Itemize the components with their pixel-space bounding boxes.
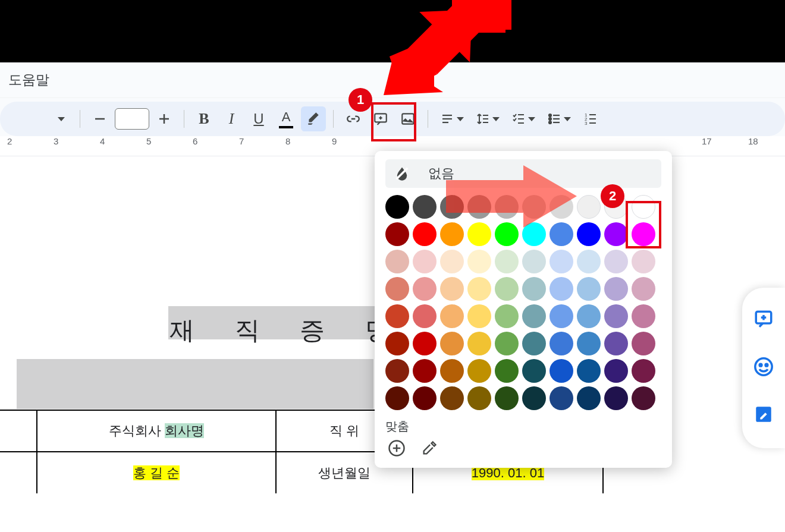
suggest-edit-icon[interactable] bbox=[753, 404, 774, 427]
color-swatch[interactable] bbox=[440, 250, 464, 273]
font-dropdown[interactable] bbox=[48, 106, 73, 131]
color-swatch[interactable] bbox=[440, 304, 464, 328]
color-swatch[interactable] bbox=[550, 195, 573, 219]
color-swatch[interactable] bbox=[495, 304, 519, 328]
color-swatch[interactable] bbox=[550, 222, 573, 246]
color-swatch[interactable] bbox=[632, 332, 655, 355]
color-swatch[interactable] bbox=[522, 359, 546, 383]
color-swatch[interactable] bbox=[413, 250, 437, 273]
insert-image-button[interactable] bbox=[395, 106, 420, 131]
add-custom-color-button[interactable] bbox=[388, 439, 406, 459]
increase-font-button[interactable] bbox=[152, 106, 177, 131]
color-swatch[interactable] bbox=[577, 304, 601, 328]
color-swatch[interactable] bbox=[413, 277, 437, 301]
color-swatch[interactable] bbox=[550, 386, 573, 410]
color-swatch[interactable] bbox=[440, 359, 464, 383]
color-swatch[interactable] bbox=[413, 195, 437, 219]
color-swatch[interactable] bbox=[522, 386, 546, 410]
color-swatch[interactable] bbox=[385, 304, 409, 328]
color-swatch[interactable] bbox=[522, 250, 546, 273]
color-swatch[interactable] bbox=[550, 359, 573, 383]
color-swatch[interactable] bbox=[577, 222, 601, 246]
color-swatch[interactable] bbox=[632, 222, 655, 246]
color-swatch[interactable] bbox=[577, 195, 601, 219]
color-swatch[interactable] bbox=[385, 277, 409, 301]
color-swatch[interactable] bbox=[632, 386, 655, 410]
color-swatch[interactable] bbox=[467, 277, 491, 301]
color-swatch[interactable] bbox=[495, 195, 519, 219]
color-swatch[interactable] bbox=[550, 332, 573, 355]
none-highlight-button[interactable]: 없음 bbox=[385, 159, 661, 188]
color-swatch[interactable] bbox=[577, 359, 601, 383]
color-swatch[interactable] bbox=[467, 359, 491, 383]
color-swatch[interactable] bbox=[550, 277, 573, 301]
color-swatch[interactable] bbox=[632, 195, 655, 219]
help-menu[interactable]: 도움말 bbox=[8, 71, 49, 89]
color-swatch[interactable] bbox=[550, 304, 573, 328]
color-swatch[interactable] bbox=[577, 332, 601, 355]
color-swatch[interactable] bbox=[632, 304, 655, 328]
color-swatch[interactable] bbox=[385, 359, 409, 383]
color-swatch[interactable] bbox=[522, 304, 546, 328]
color-swatch[interactable] bbox=[467, 195, 491, 219]
color-swatch[interactable] bbox=[632, 359, 655, 383]
color-swatch[interactable] bbox=[522, 222, 546, 246]
color-swatch[interactable] bbox=[577, 386, 601, 410]
color-swatch[interactable] bbox=[440, 332, 464, 355]
bulleted-list-button[interactable] bbox=[542, 106, 576, 131]
highlight-color-button[interactable] bbox=[301, 106, 326, 131]
color-swatch[interactable] bbox=[604, 195, 628, 219]
color-swatch[interactable] bbox=[495, 250, 519, 273]
color-swatch[interactable] bbox=[604, 277, 628, 301]
color-swatch[interactable] bbox=[495, 277, 519, 301]
color-swatch[interactable] bbox=[604, 304, 628, 328]
color-swatch[interactable] bbox=[495, 359, 519, 383]
eyedropper-button[interactable] bbox=[421, 440, 438, 459]
color-swatch[interactable] bbox=[604, 386, 628, 410]
color-swatch[interactable] bbox=[495, 332, 519, 355]
color-swatch[interactable] bbox=[604, 359, 628, 383]
color-swatch[interactable] bbox=[385, 332, 409, 355]
underline-button[interactable]: U bbox=[246, 106, 271, 131]
add-comment-button[interactable] bbox=[368, 106, 393, 131]
line-spacing-button[interactable] bbox=[471, 106, 504, 131]
color-swatch[interactable] bbox=[577, 250, 601, 273]
color-swatch[interactable] bbox=[385, 222, 409, 246]
color-swatch[interactable] bbox=[467, 304, 491, 328]
color-swatch[interactable] bbox=[467, 332, 491, 355]
color-swatch[interactable] bbox=[413, 359, 437, 383]
comment-icon[interactable] bbox=[753, 309, 774, 332]
color-swatch[interactable] bbox=[385, 250, 409, 273]
align-button[interactable] bbox=[435, 106, 469, 131]
color-swatch[interactable] bbox=[413, 304, 437, 328]
color-swatch[interactable] bbox=[467, 250, 491, 273]
color-swatch[interactable] bbox=[577, 277, 601, 301]
bold-button[interactable]: B bbox=[191, 106, 216, 131]
italic-button[interactable]: I bbox=[219, 106, 244, 131]
color-swatch[interactable] bbox=[550, 250, 573, 273]
color-swatch[interactable] bbox=[413, 386, 437, 410]
color-swatch[interactable] bbox=[467, 222, 491, 246]
numbered-list-button[interactable]: 123 bbox=[578, 106, 603, 131]
color-swatch[interactable] bbox=[604, 222, 628, 246]
color-swatch[interactable] bbox=[495, 386, 519, 410]
color-swatch[interactable] bbox=[385, 386, 409, 410]
font-size-input[interactable] bbox=[115, 108, 149, 130]
color-swatch[interactable] bbox=[385, 195, 409, 219]
color-swatch[interactable] bbox=[604, 332, 628, 355]
color-swatch[interactable] bbox=[522, 195, 546, 219]
color-swatch[interactable] bbox=[440, 195, 464, 219]
color-swatch[interactable] bbox=[413, 332, 437, 355]
color-swatch[interactable] bbox=[440, 386, 464, 410]
color-swatch[interactable] bbox=[522, 277, 546, 301]
color-swatch[interactable] bbox=[632, 250, 655, 273]
color-swatch[interactable] bbox=[440, 277, 464, 301]
color-swatch[interactable] bbox=[632, 277, 655, 301]
color-swatch[interactable] bbox=[522, 332, 546, 355]
checklist-button[interactable] bbox=[507, 106, 540, 131]
decrease-font-button[interactable] bbox=[87, 106, 112, 131]
emoji-icon[interactable] bbox=[753, 357, 774, 379]
text-color-button[interactable]: A bbox=[274, 106, 299, 131]
color-swatch[interactable] bbox=[440, 222, 464, 246]
color-swatch[interactable] bbox=[495, 222, 519, 246]
